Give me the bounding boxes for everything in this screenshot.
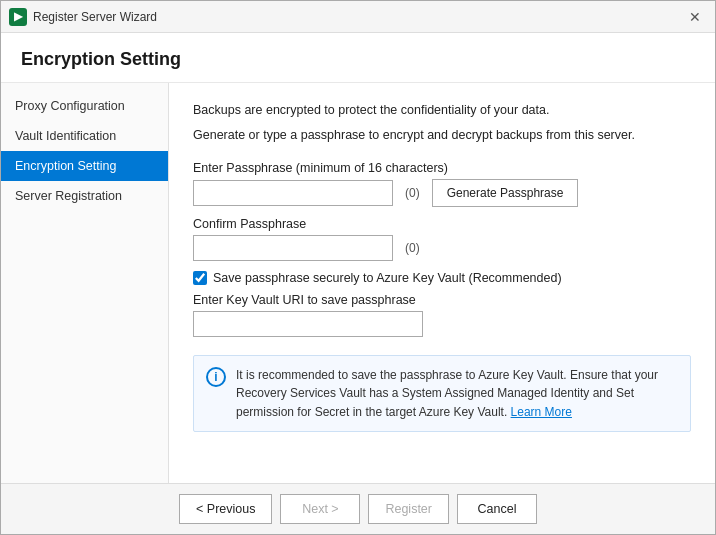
passphrase-counter: (0) (405, 186, 420, 200)
info-box: i It is recommended to save the passphra… (193, 355, 691, 433)
sidebar-item-vault-identification[interactable]: Vault Identification (1, 121, 168, 151)
description-2: Generate or type a passphrase to encrypt… (193, 126, 691, 145)
save-keyvault-checkbox[interactable] (193, 271, 207, 285)
window-title: Register Server Wizard (33, 10, 157, 24)
confirm-passphrase-group: Confirm Passphrase (0) (193, 217, 691, 261)
footer: < Previous Next > Register Cancel (1, 483, 715, 534)
generate-passphrase-button[interactable]: Generate Passphrase (432, 179, 579, 207)
sidebar-item-encryption-setting[interactable]: Encryption Setting (1, 151, 168, 181)
passphrase-input[interactable] (193, 180, 393, 206)
confirm-passphrase-input[interactable] (193, 235, 393, 261)
body: Proxy Configuration Vault Identification… (1, 83, 715, 483)
page-title: Encryption Setting (1, 33, 715, 83)
title-bar-left: ▶ Register Server Wizard (9, 8, 157, 26)
save-keyvault-label[interactable]: Save passphrase securely to Azure Key Va… (213, 271, 562, 285)
sidebar-item-proxy-configuration[interactable]: Proxy Configuration (1, 91, 168, 121)
info-icon: i (206, 367, 226, 387)
wizard-window: ▶ Register Server Wizard ✕ Encryption Se… (0, 0, 716, 535)
title-bar: ▶ Register Server Wizard ✕ (1, 1, 715, 33)
info-text: It is recommended to save the passphrase… (236, 366, 678, 422)
sidebar: Proxy Configuration Vault Identification… (1, 83, 169, 483)
content-area: Backups are encrypted to protect the con… (169, 83, 715, 483)
vault-uri-group: Enter Key Vault URI to save passphrase (193, 293, 691, 337)
passphrase-group: Enter Passphrase (minimum of 16 characte… (193, 161, 691, 207)
confirm-counter: (0) (405, 241, 420, 255)
confirm-row: (0) (193, 235, 691, 261)
vault-uri-input[interactable] (193, 311, 423, 337)
sidebar-item-server-registration[interactable]: Server Registration (1, 181, 168, 211)
close-button[interactable]: ✕ (683, 5, 707, 29)
confirm-label: Confirm Passphrase (193, 217, 691, 231)
learn-more-link[interactable]: Learn More (511, 405, 572, 419)
previous-button[interactable]: < Previous (179, 494, 272, 524)
form-section: Enter Passphrase (minimum of 16 characte… (193, 161, 691, 433)
save-keyvault-row: Save passphrase securely to Azure Key Va… (193, 271, 691, 285)
passphrase-row: (0) Generate Passphrase (193, 179, 691, 207)
cancel-button[interactable]: Cancel (457, 494, 537, 524)
description-1: Backups are encrypted to protect the con… (193, 101, 691, 120)
next-button[interactable]: Next > (280, 494, 360, 524)
passphrase-label: Enter Passphrase (minimum of 16 characte… (193, 161, 691, 175)
register-button[interactable]: Register (368, 494, 449, 524)
vault-uri-label: Enter Key Vault URI to save passphrase (193, 293, 691, 307)
app-icon: ▶ (9, 8, 27, 26)
